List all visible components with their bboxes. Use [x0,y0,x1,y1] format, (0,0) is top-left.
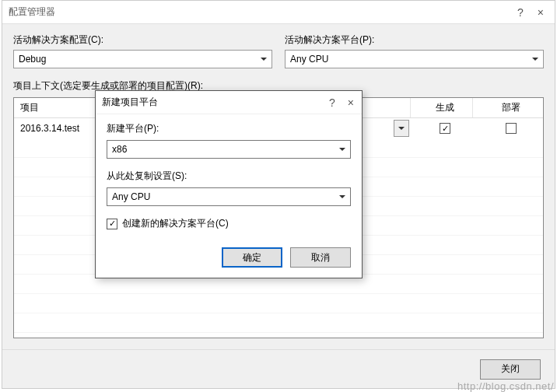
cell-build[interactable]: ✓ [411,118,473,138]
create-solution-label: 创建新的解决方案平台(C) [122,217,229,230]
new-project-platform-dialog: 新建项目平台 ? × 新建平台(P): x86 从此处复制设置(S): Any … [95,90,363,278]
watermark: http://blog.csdn.net/ [457,380,554,392]
chevron-down-icon [261,58,267,61]
col-deploy[interactable]: 部署 [473,98,543,117]
help-icon[interactable]: ? [329,96,335,109]
active-config-value: Debug [19,54,46,65]
close-icon[interactable]: × [538,6,544,19]
cancel-button[interactable]: 取消 [290,247,351,268]
close-icon[interactable]: × [348,96,354,109]
copy-from-label: 从此处复制设置(S): [107,170,351,183]
deploy-checkbox[interactable]: ✓ [506,123,517,134]
window-title: 配置管理器 [9,5,55,19]
new-platform-select[interactable]: x86 [107,140,351,159]
active-platform-value: Any CPU [290,54,328,65]
titlebar: 配置管理器 ? × [2,1,555,24]
chevron-down-icon [339,195,345,198]
active-config-label: 活动解决方案配置(C): [13,33,272,47]
new-platform-value: x86 [112,144,127,155]
active-platform-select[interactable]: Any CPU [285,50,544,68]
col-build[interactable]: 生成 [411,98,473,117]
help-icon[interactable]: ? [517,6,524,19]
build-checkbox[interactable]: ✓ [440,123,450,134]
dialog-titlebar: 新建项目平台 ? × [96,91,362,114]
chevron-down-icon[interactable] [394,120,409,137]
copy-from-value: Any CPU [112,191,150,202]
dialog-title: 新建项目平台 [102,96,158,109]
active-config-select[interactable]: Debug [13,50,272,68]
cell-deploy[interactable]: ✓ [473,118,543,138]
ok-button[interactable]: 确定 [222,247,282,268]
close-button[interactable]: 关闭 [480,359,541,380]
create-solution-checkbox[interactable]: ✓ [107,219,117,229]
chevron-down-icon [339,148,345,151]
chevron-down-icon [532,58,538,61]
new-platform-label: 新建平台(P): [107,122,351,135]
copy-from-select[interactable]: Any CPU [107,187,351,206]
active-platform-label: 活动解决方案平台(P): [285,33,544,47]
